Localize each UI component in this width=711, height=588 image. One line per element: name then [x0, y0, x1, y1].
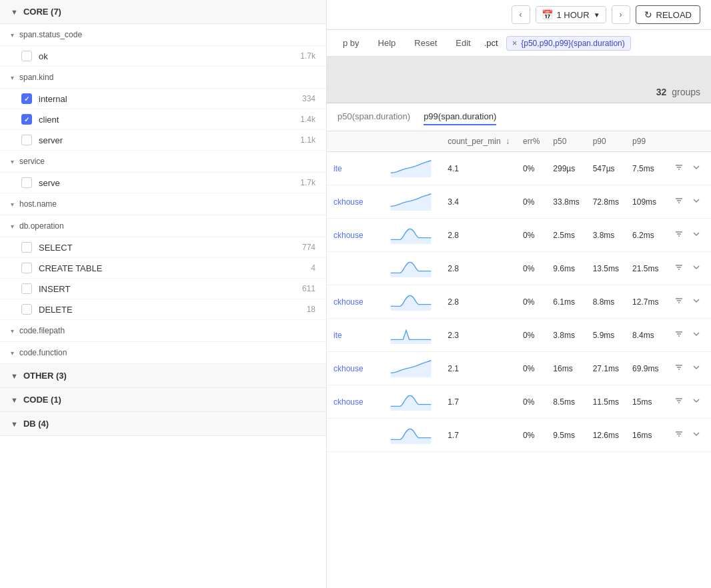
- checkbox-select[interactable]: [21, 242, 32, 253]
- chevron-down-icon: ▼: [11, 396, 18, 404]
- section-code[interactable]: ▼ CODE (1): [0, 388, 326, 412]
- cell-actions: [665, 152, 711, 185]
- group-host-name[interactable]: ▾ host.name: [0, 193, 326, 215]
- row-link[interactable]: ckhouse: [333, 231, 364, 240]
- checkbox-server[interactable]: [21, 135, 32, 145]
- cell-err: 0%: [516, 352, 546, 385]
- time-selector[interactable]: 📅 1 HOUR ▼: [536, 6, 606, 23]
- sort-desc-icon: ↓: [506, 137, 510, 146]
- checkbox-delete[interactable]: [21, 304, 32, 315]
- row-link[interactable]: ckhouse: [333, 364, 364, 373]
- filter-action-button[interactable]: [672, 228, 686, 242]
- expand-action-button[interactable]: [689, 261, 704, 275]
- cell-p99: 21.5ms: [626, 252, 665, 285]
- filter-action-button[interactable]: [672, 261, 686, 275]
- cell-name: ite: [327, 152, 381, 185]
- calendar-icon: 📅: [542, 9, 553, 20]
- tab-p99[interactable]: p99(span.duration): [424, 109, 496, 125]
- cell-actions: [665, 285, 711, 319]
- edit-label: Edit: [456, 38, 470, 48]
- filter-item-delete[interactable]: DELETE 18: [0, 299, 326, 320]
- cell-actions: [665, 385, 711, 419]
- group-service[interactable]: ▾ service: [0, 151, 326, 173]
- cell-actions: [665, 419, 711, 452]
- section-core[interactable]: ▼ CORE (7): [0, 0, 326, 24]
- cell-p90: 8.8ms: [586, 285, 626, 319]
- help-button[interactable]: Help: [373, 35, 402, 51]
- section-db[interactable]: ▼ DB (4): [0, 412, 326, 436]
- row-link[interactable]: ckhouse: [333, 197, 364, 207]
- cell-p99: 16ms: [626, 419, 665, 452]
- expand-action-button[interactable]: [689, 361, 704, 375]
- sparkline-chart: [388, 324, 434, 344]
- filter-item-server[interactable]: server 1.1k: [0, 130, 326, 151]
- cell-err: 0%: [516, 319, 546, 352]
- cell-count: 2.8: [441, 219, 516, 252]
- prev-button[interactable]: ‹: [512, 5, 530, 24]
- edit-button[interactable]: Edit: [450, 35, 476, 51]
- cell-p90: 5.9ms: [586, 319, 626, 352]
- row-link[interactable]: ite: [333, 331, 342, 340]
- filter-item-client[interactable]: client 1.4k: [0, 109, 326, 130]
- checkbox-client[interactable]: [21, 114, 32, 125]
- table-row: ckhouse 2.8 0% 2.5ms 3.8ms 6.2ms: [327, 219, 711, 252]
- checkbox-serve[interactable]: [21, 177, 32, 188]
- filter-item-select[interactable]: SELECT 774: [0, 237, 326, 258]
- checkbox-insert[interactable]: [21, 283, 32, 294]
- cell-p99: 15ms: [626, 385, 665, 419]
- expand-action-button[interactable]: [689, 195, 704, 209]
- next-button[interactable]: ›: [612, 5, 630, 24]
- filter-action-button[interactable]: [672, 195, 686, 209]
- reload-button[interactable]: ↻ RELOAD: [636, 5, 700, 24]
- tab-p50[interactable]: p50(span.duration): [337, 109, 410, 125]
- filter-count-server: 1.1k: [300, 135, 315, 145]
- checkbox-create-table[interactable]: [21, 263, 32, 273]
- cell-count: 2.3: [441, 319, 516, 352]
- filter-action-button[interactable]: [672, 328, 686, 342]
- group-code-function[interactable]: ▾ code.function: [0, 342, 326, 364]
- cell-count: 3.4: [441, 185, 516, 219]
- filter-item-create-table[interactable]: CREATE TABLE 4: [0, 258, 326, 279]
- group-label: span.status_code: [19, 30, 82, 39]
- section-other[interactable]: ▼ OTHER (3): [0, 364, 326, 388]
- cell-p50: 9.5ms: [546, 419, 586, 452]
- table-row: ckhouse 1.7 0% 8.5ms 11.5ms 15ms: [327, 385, 711, 419]
- group-code-filepath[interactable]: ▾ code.filepath: [0, 320, 326, 342]
- filter-action-button[interactable]: [672, 428, 686, 442]
- filter-action-button[interactable]: [672, 395, 686, 409]
- th-actions: [665, 131, 711, 152]
- expand-action-button[interactable]: [689, 228, 704, 242]
- cell-p99: 12.7ms: [626, 285, 665, 319]
- row-link[interactable]: ckhouse: [333, 297, 364, 307]
- group-span-status-code[interactable]: ▾ span.status_code: [0, 24, 326, 46]
- expand-action-button[interactable]: [689, 428, 704, 442]
- cell-p99: 6.2ms: [626, 219, 665, 252]
- filter-count-delete: 18: [307, 305, 315, 314]
- expand-action-button[interactable]: [689, 395, 704, 409]
- cell-p50: 8.5ms: [546, 385, 586, 419]
- filter-action-button[interactable]: [672, 361, 686, 375]
- filter-action-button[interactable]: [672, 161, 686, 175]
- filter-item-serve[interactable]: serve 1.7k: [0, 173, 326, 193]
- cell-p50: 6.1ms: [546, 285, 586, 319]
- chevron-down-icon: [692, 363, 701, 372]
- section-core-label: CORE (7): [23, 7, 61, 17]
- group-by-button[interactable]: p by: [337, 35, 365, 51]
- cell-sparkline: [381, 385, 441, 419]
- expand-action-button[interactable]: [689, 295, 704, 309]
- row-link[interactable]: ckhouse: [333, 397, 364, 407]
- row-link[interactable]: ite: [333, 164, 342, 173]
- filter-item-insert[interactable]: INSERT 611: [0, 279, 326, 299]
- reset-button[interactable]: Reset: [409, 35, 442, 51]
- cell-name: ckhouse: [327, 352, 381, 385]
- expand-action-button[interactable]: [689, 328, 704, 342]
- close-icon[interactable]: ×: [512, 39, 518, 47]
- expand-action-button[interactable]: [689, 161, 704, 175]
- filter-label-select: SELECT: [39, 243, 297, 253]
- th-count-per-min[interactable]: count_per_min ↓: [441, 131, 516, 152]
- data-table-container: count_per_min ↓ err% p50 p90 p99: [327, 131, 711, 588]
- filter-action-button[interactable]: [672, 295, 686, 309]
- chevron-down-icon: [692, 396, 701, 405]
- group-db-operation[interactable]: ▾ db.operation: [0, 215, 326, 237]
- chevron-down-icon: ▾: [11, 327, 14, 335]
